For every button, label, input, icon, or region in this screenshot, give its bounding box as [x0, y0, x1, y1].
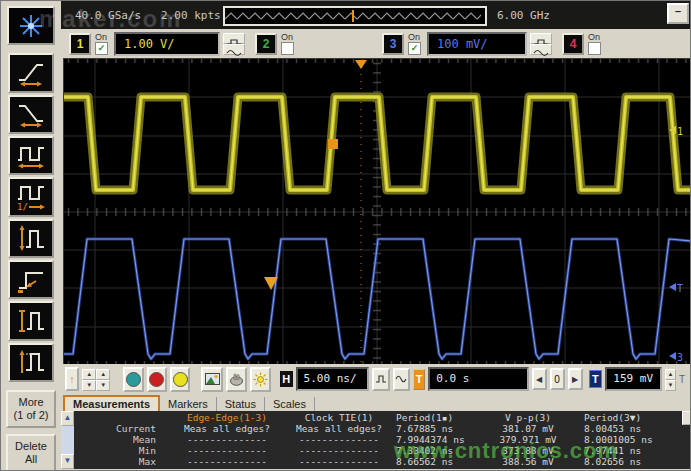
channel-3-on-label: On [408, 33, 420, 42]
trigger-time-marker-icon[interactable] [355, 60, 367, 69]
trigger-level-badge[interactable]: T [589, 370, 603, 388]
measurement-marker-square-icon[interactable] [328, 139, 338, 149]
marker-up-button[interactable]: ↑ [65, 367, 79, 391]
channel-4-on-label: On [588, 33, 600, 42]
results-tabs: Measurements Markers Status Scales [61, 394, 691, 411]
measure-frequency-button[interactable]: 1/ [8, 177, 54, 216]
channel-bar: 1 On ✓ 1.00 V/ 2 On 3 On ✓ 100 mV/ [61, 29, 691, 58]
acquisition-info: 40.0 GSa/s 2.00 kpts [75, 9, 221, 22]
cell: 379.971 mV [482, 434, 574, 445]
spin-up-icon[interactable]: ▲ [96, 369, 110, 380]
tab-measurements[interactable]: Measurements [63, 395, 160, 411]
row-label: Mean [74, 434, 162, 445]
yellow-marker-button[interactable] [170, 367, 190, 392]
trigger-level-marker-icon[interactable] [669, 283, 676, 291]
trigger-badge[interactable]: T [413, 369, 425, 390]
channel-3-button[interactable]: 3 [382, 33, 404, 55]
measure-period-button[interactable] [8, 136, 54, 175]
channel-1-scale-display[interactable]: 1.00 V/ [114, 32, 220, 56]
v-min-icon [16, 223, 46, 253]
coarse-spinner[interactable]: ▲ ▼ [82, 369, 96, 389]
scope-canvas: 1 T 3 [64, 59, 691, 365]
timebase-display[interactable]: 5.00 ns/ [296, 367, 370, 391]
channel-3-pulse-button[interactable] [530, 33, 552, 44]
timebase-decrease-button[interactable] [372, 368, 389, 391]
cell: 8.0001005 ns [574, 434, 668, 445]
measure-rise-time-button[interactable] [8, 53, 54, 92]
measure-fall-time-button[interactable] [8, 95, 54, 134]
channel-1-checkbox[interactable]: ✓ [95, 42, 108, 55]
timebase-increase-button[interactable] [393, 368, 410, 391]
measure-edge-time-button[interactable] [8, 260, 54, 299]
cell: 388.56 mV [482, 456, 574, 467]
channel-1-sine-button[interactable] [223, 44, 245, 55]
teal-marker-button[interactable] [123, 367, 143, 392]
timebase-preview-bar[interactable] [223, 6, 487, 26]
delay-left-button[interactable]: ◀ [532, 368, 547, 390]
cell: 8.02656 ns [574, 456, 668, 467]
spin-up-icon[interactable]: ▲ [82, 369, 96, 380]
teal-circle-icon [126, 372, 141, 387]
trigger-level-marker-label: T [677, 283, 683, 294]
spin-down-icon[interactable]: ▼ [96, 380, 110, 391]
trigger-level-spinner[interactable]: ▲ ▼ [665, 369, 676, 389]
cell: 373.88 mV [482, 445, 574, 456]
cell: Meas all edges? [292, 423, 386, 434]
cell: Meas all edges? [162, 423, 292, 434]
logo-button[interactable] [7, 6, 55, 45]
tab-markers[interactable]: Markers [160, 397, 217, 411]
waveform-display[interactable]: 1 T 3 [63, 58, 691, 366]
tab-status[interactable]: Status [217, 397, 265, 411]
delay-display[interactable]: 0.0 s [428, 367, 528, 391]
minimize-button[interactable]: – [667, 3, 689, 24]
sine-icon [226, 49, 242, 57]
channel-3-checkbox[interactable]: ✓ [408, 42, 421, 55]
measurements-table: Edge-Edge(1-3) Clock TIE(1) Period(1▪) V… [74, 411, 682, 469]
spin-down-icon[interactable]: ▼ [82, 380, 96, 391]
channel-4-checkbox[interactable] [588, 42, 601, 55]
delete-button-line2: All [8, 453, 54, 466]
tab-scales[interactable]: Scales [265, 397, 315, 411]
fine-spinner[interactable]: ▲ ▼ [96, 369, 110, 389]
touch-button[interactable] [226, 367, 247, 392]
cell: 7.33402 ns [386, 445, 482, 456]
channel-2-checkbox[interactable] [281, 42, 294, 55]
channel-3-sine-button[interactable] [530, 44, 552, 55]
channel-4-button[interactable]: 4 [562, 33, 584, 55]
measure-v-min-button[interactable] [8, 219, 54, 258]
memory-depth: 2.00 kpts [161, 9, 221, 22]
spin-up-icon[interactable]: ▲ [665, 369, 676, 380]
v-amplitude-icon [16, 347, 46, 377]
bandwidth-readout: 6.00 GHz [497, 9, 550, 22]
scroll-down-icon[interactable]: ▼ [61, 454, 74, 469]
table-scrollbar-right[interactable] [682, 411, 691, 469]
delay-right-button[interactable]: ▶ [568, 368, 583, 390]
more-measurements-button[interactable]: More (1 of 2) [6, 390, 56, 428]
delay-zero-button[interactable]: 0 [550, 368, 565, 390]
scroll-thumb[interactable] [682, 411, 691, 425]
brightness-button[interactable] [250, 367, 271, 392]
channel-3-coupling-buttons [530, 33, 552, 55]
more-button-line1: More [8, 396, 54, 409]
channel-1-pulse-button[interactable] [223, 33, 245, 44]
frequency-icon: 1/ [16, 182, 46, 212]
cell: 7.9944374 ns [386, 434, 482, 445]
row-label: Current [74, 423, 162, 434]
table-scrollbar-left[interactable]: ▲ ▼ [61, 411, 74, 469]
channel-2-button[interactable]: 2 [255, 33, 277, 55]
channel-3-scale-display[interactable]: 100 mV/ [427, 32, 527, 56]
screen-capture-button[interactable] [201, 367, 222, 392]
channel-3-ground-marker-icon[interactable] [669, 352, 676, 360]
cell: -------------- [162, 434, 292, 445]
horizontal-toolbar: ↑ ▲ ▼ ▲ ▼ [61, 364, 691, 394]
spin-down-icon[interactable]: ▼ [665, 380, 676, 391]
scroll-up-icon[interactable]: ▲ [61, 411, 74, 426]
channel-1-button[interactable]: 1 [69, 33, 91, 55]
measure-v-amplitude-button[interactable] [8, 343, 54, 382]
table-header-row: Edge-Edge(1-3) Clock TIE(1) Period(1▪) V… [74, 412, 682, 423]
measure-v-pp-button[interactable] [8, 301, 54, 340]
red-marker-button[interactable] [147, 367, 167, 392]
channel-3-ground-marker-label: 3 [677, 352, 683, 363]
trigger-level-display[interactable]: 159 mV [605, 367, 662, 391]
delete-all-button[interactable]: Delete All [6, 434, 56, 471]
